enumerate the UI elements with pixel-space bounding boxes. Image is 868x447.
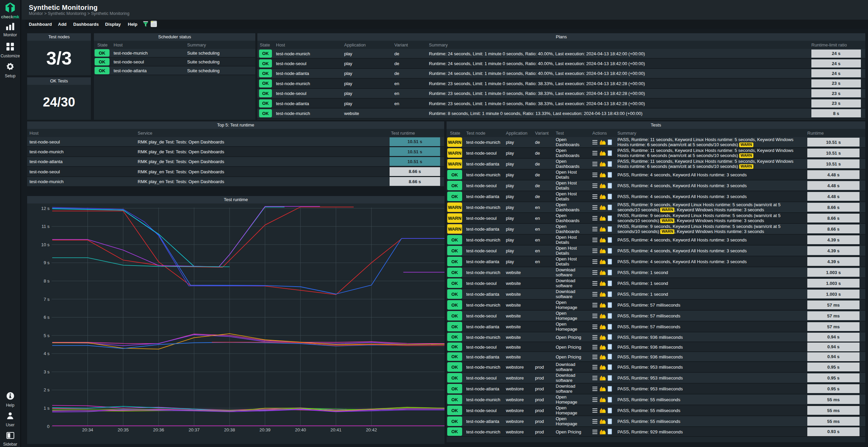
svg-text:7 s: 7 s [44, 297, 50, 302]
svg-text:5 s: 5 s [44, 333, 50, 338]
svg-text:20:38: 20:38 [224, 427, 235, 432]
svg-text:1 s: 1 s [44, 406, 50, 411]
svg-text:20:42: 20:42 [366, 427, 377, 432]
svg-text:20:41: 20:41 [331, 427, 342, 432]
svg-text:3 s: 3 s [44, 369, 50, 374]
svg-text:11 s: 11 s [41, 224, 50, 229]
svg-text:6 s: 6 s [44, 315, 50, 320]
svg-text:8 s: 8 s [44, 278, 50, 284]
svg-text:20:34: 20:34 [82, 427, 93, 432]
svg-text:0: 0 [47, 424, 50, 429]
svg-text:9 s: 9 s [44, 260, 50, 265]
svg-text:20:37: 20:37 [189, 427, 200, 432]
svg-text:20:36: 20:36 [153, 427, 164, 432]
svg-text:2 s: 2 s [44, 387, 50, 392]
svg-text:12 s: 12 s [41, 206, 50, 211]
svg-text:20:40: 20:40 [295, 427, 306, 432]
svg-text:20:39: 20:39 [259, 427, 271, 432]
svg-text:20:35: 20:35 [118, 427, 129, 432]
svg-text:10 s: 10 s [41, 242, 50, 247]
svg-text:4 s: 4 s [44, 351, 50, 356]
